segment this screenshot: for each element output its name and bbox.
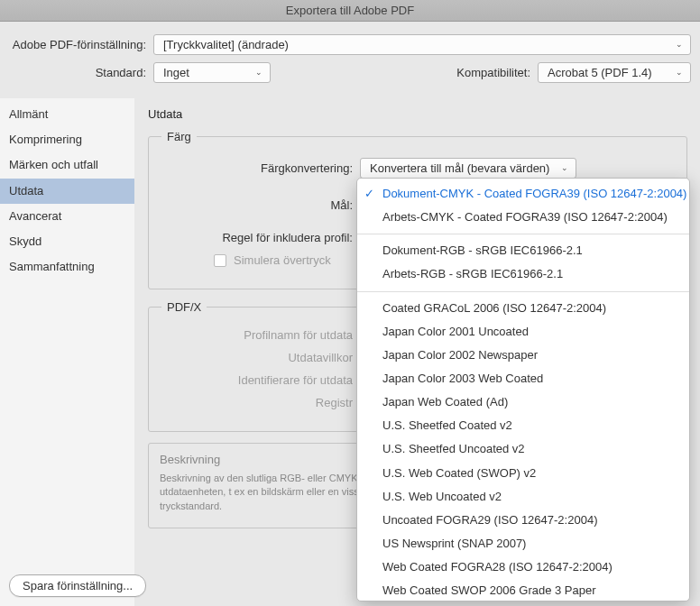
menu-item[interactable]: Dokument-CMYK - Coated FOGRA39 (ISO 1264… [357,182,689,206]
conversion-select[interactable]: Konvertera till mål (bevara värden) ⌄ [360,158,576,179]
simulate-label: Simulera övertryck [234,253,331,267]
compat-select[interactable]: Acrobat 5 (PDF 1.4) ⌄ [538,62,691,83]
menu-item[interactable]: Arbets-RGB - sRGB IEC61966-2.1 [357,262,689,286]
pdfx-row-label: Profilnamn för utdata [161,328,360,342]
menu-item[interactable]: U.S. Sheetfed Coated v2 [357,414,689,437]
menu-separator [357,234,689,234]
chevron-down-icon: ⌄ [676,69,683,77]
standard-label: Standard: [9,66,153,79]
description-text: Beskrivning av den slutliga RGB- eller C… [160,472,367,513]
pdfx-row-label: Registr [161,396,360,409]
menu-item[interactable]: U.S. Web Uncoated v2 [357,485,689,509]
menu-separator [357,291,689,292]
menu-item[interactable]: US Newsprint (SNAP 2007) [357,532,689,556]
conversion-label: Färgkonvertering: [161,161,360,175]
sidebar-item[interactable]: Allmänt [0,102,134,127]
pdfx-row-label: Utdatavillkor [161,351,360,364]
preset-label: Adobe PDF-förinställning: [9,38,153,51]
standard-select[interactable]: Inget ⌄ [153,62,271,83]
sidebar: AllmäntKomprimeringMärken och utfallUtda… [0,98,135,606]
menu-item[interactable]: U.S. Sheetfed Uncoated v2 [357,437,689,461]
compat-label: Kompatibilitet: [456,66,538,79]
sidebar-item[interactable]: Sammanfattning [0,254,134,280]
standard-value: Inget [163,66,189,79]
sidebar-item[interactable]: Utdata [0,179,134,204]
target-dropdown-menu[interactable]: Dokument-CMYK - Coated FOGRA39 (ISO 1264… [356,178,690,601]
panel-heading: Utdata [148,107,687,121]
sidebar-item[interactable]: Skydd [0,229,134,254]
top-section: Adobe PDF-förinställning: [Tryckkvalitet… [0,22,700,98]
compat-value: Acrobat 5 (PDF 1.4) [548,66,652,79]
menu-item[interactable]: U.S. Web Coated (SWOP) v2 [357,462,689,485]
sidebar-item[interactable]: Märken och utfall [0,152,134,178]
window-title: Exportera till Adobe PDF [286,4,414,17]
pdfx-legend: PDF/X [161,300,207,314]
menu-item[interactable]: Web Coated SWOP 2006 Grade 3 Paper [357,579,689,601]
menu-item[interactable]: Uncoated FOGRA29 (ISO 12647-2:2004) [357,509,689,532]
menu-item[interactable]: Coated GRACoL 2006 (ISO 12647-2:2004) [357,297,689,320]
menu-item[interactable]: Web Coated FOGRA28 (ISO 12647-2:2004) [357,556,689,579]
conversion-value: Konvertera till mål (bevara värden) [370,161,549,175]
menu-item[interactable]: Arbets-CMYK - Coated FOGRA39 (ISO 12647-… [357,206,689,229]
color-legend: Färg [161,130,197,143]
sidebar-item[interactable]: Avancerat [0,204,134,229]
simulate-overprint-checkbox: Simulera övertryck [214,253,331,267]
menu-item[interactable]: Dokument-RGB - sRGB IEC61966-2.1 [357,239,689,262]
menu-item[interactable]: Japan Color 2002 Newspaper [357,344,689,367]
profile-rule-label: Regel för inkludera profil: [161,231,360,244]
menu-item[interactable]: Japan Color 2003 Web Coated [357,367,689,390]
chevron-down-icon: ⌄ [255,69,262,77]
pdfx-row-label: Identifierare för utdata [161,373,360,387]
save-preset-label: Spara förinställning... [23,579,133,592]
title-bar: Exportera till Adobe PDF [0,0,700,22]
menu-item[interactable]: Japan Color 2001 Uncoated [357,320,689,344]
save-preset-button[interactable]: Spara förinställning... [9,574,146,597]
target-label: Mål: [161,198,360,212]
sidebar-item[interactable]: Komprimering [0,127,134,152]
preset-value: [Tryckkvalitet] (ändrade) [163,38,289,51]
chevron-down-icon: ⌄ [676,41,683,49]
chevron-down-icon: ⌄ [561,164,568,172]
checkbox-box [214,254,226,267]
menu-item[interactable]: Japan Web Coated (Ad) [357,390,689,414]
preset-select[interactable]: [Tryckkvalitet] (ändrade) ⌄ [153,34,691,55]
